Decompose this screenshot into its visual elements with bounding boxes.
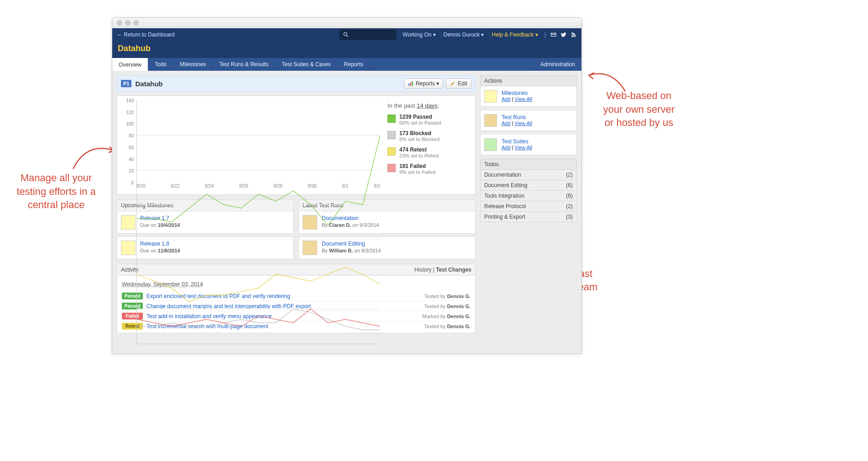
todo-row[interactable]: Document Editing(6) — [480, 180, 577, 191]
activity-by: Tested by Dennis G. — [424, 304, 471, 309]
page-title: Datahub — [135, 80, 401, 88]
app-window: ← Return to Dashboard Working On ▾ Denni… — [112, 17, 582, 354]
return-to-dashboard-link[interactable]: ← Return to Dashboard — [117, 31, 175, 38]
x-tick: 8/22 — [171, 183, 179, 192]
twitter-icon[interactable] — [560, 31, 567, 38]
rss-icon[interactable] — [570, 31, 577, 38]
mac-max-dot[interactable] — [133, 20, 139, 26]
tab-reports[interactable]: Reports — [338, 58, 370, 71]
todo-label: Documentation — [484, 172, 521, 178]
page-header: P1 Datahub Reports ▾ Edit — [117, 75, 476, 92]
priority-badge: P1 — [121, 80, 131, 87]
app-title: Datahub — [118, 44, 151, 53]
legend-item-retest: 474 Retest23% set to Retest — [387, 147, 470, 158]
search-input[interactable] — [349, 31, 387, 38]
todo-row[interactable]: Documentation(2) — [480, 170, 577, 180]
todo-row[interactable]: Tools Integration(6) — [480, 191, 577, 201]
tab-test-suites-cases[interactable]: Test Suites & Cases — [275, 58, 337, 71]
activity-by: Tested by Dennis G. — [424, 324, 471, 329]
summary-chart-box: 020406080100120140 8/208/228/248/268/288… — [117, 95, 476, 195]
action-color-icon — [484, 90, 497, 103]
y-tick: 20 — [129, 168, 134, 173]
svg-point-0 — [344, 32, 347, 36]
todo-label: Printing & Export — [484, 214, 525, 220]
mac-min-dot[interactable] — [125, 20, 131, 26]
main-tabbar: OverviewTodoMilestonesTest Runs & Result… — [112, 58, 581, 71]
legend-item-failed: 181 Failed9% set to Failed — [387, 163, 470, 175]
x-tick: 8/30 — [308, 183, 316, 192]
search-icon — [343, 31, 349, 38]
arrow-left — [68, 137, 119, 173]
action-add-link[interactable]: Add — [502, 96, 511, 102]
tab-milestones[interactable]: Milestones — [173, 58, 213, 71]
action-title[interactable]: Test Runs — [502, 114, 532, 120]
mac-titlebar — [112, 18, 581, 28]
edit-button-label: Edit — [458, 80, 467, 87]
action-title[interactable]: Milestones — [502, 90, 532, 96]
series-blocked — [137, 309, 380, 330]
card-color-icon — [121, 241, 136, 255]
x-tick: 8/28 — [273, 183, 282, 192]
mail-icon[interactable] — [550, 31, 557, 38]
y-tick: 100 — [126, 121, 134, 126]
x-tick: 8/26 — [239, 183, 248, 192]
tab-todo[interactable]: Todo — [148, 58, 173, 71]
action-viewall-link[interactable]: View All — [515, 145, 532, 150]
x-tick: 8/24 — [205, 183, 214, 192]
sidebar-todos-heading: Todos — [480, 159, 577, 170]
tab-test-runs-results[interactable]: Test Runs & Results — [213, 58, 275, 71]
legend-title: In the past 14 days: — [387, 102, 470, 109]
y-tick: 120 — [126, 110, 134, 115]
y-tick: 40 — [129, 157, 134, 162]
y-tick: 80 — [129, 133, 134, 138]
todo-label: Release Protocol — [484, 203, 526, 210]
legend-swatch — [387, 164, 396, 172]
todo-label: Document Editing — [484, 182, 528, 189]
y-tick: 60 — [129, 145, 134, 150]
chart-plot — [136, 100, 380, 344]
action-add-link[interactable]: Add — [502, 145, 511, 150]
reports-button[interactable]: Reports ▾ — [404, 79, 443, 89]
action-title[interactable]: Test Suites — [502, 138, 532, 145]
legend-swatch — [387, 147, 396, 156]
bar-chart-icon — [408, 81, 413, 86]
chart-legend: In the past 14 days: 1239 Passed60% set … — [387, 100, 470, 192]
tab-overview[interactable]: Overview — [112, 58, 148, 71]
annotation-left: Manage all yourtesting efforts in acentr… — [8, 171, 104, 212]
user-menu[interactable]: Dennis Gurock ▾ — [441, 31, 486, 38]
todo-count: (2) — [566, 203, 573, 210]
action-add-link[interactable]: Add — [502, 120, 511, 126]
series-failed — [137, 309, 380, 326]
sidebar-action-test-suites: Test SuitesAdd | View All — [480, 135, 577, 155]
y-tick: 0 — [131, 180, 134, 185]
legend-item-blocked: 173 Blocked8% set to Blocked — [387, 130, 470, 142]
todo-label: Tools Integration — [484, 193, 524, 199]
todo-row[interactable]: Release Protocol(2) — [480, 201, 577, 212]
x-tick: 9/1 — [342, 183, 349, 192]
card-color-icon — [121, 215, 136, 230]
svg-line-1 — [347, 36, 348, 37]
action-viewall-link[interactable]: View All — [515, 120, 532, 126]
legend-swatch — [387, 115, 396, 123]
todo-count: (6) — [566, 193, 573, 199]
help-feedback-menu[interactable]: Help & Feedback ▾ — [489, 31, 539, 38]
action-viewall-link[interactable]: View All — [515, 96, 532, 102]
sidebar-action-test-runs: Test RunsAdd | View All — [480, 110, 577, 131]
action-color-icon — [484, 138, 497, 151]
action-color-icon — [484, 114, 497, 127]
todo-row[interactable]: Printing & Export(3) — [480, 212, 577, 222]
activity-history-link[interactable]: History — [414, 267, 431, 273]
activity-test-changes-link[interactable]: Test Changes — [436, 267, 471, 273]
edit-button[interactable]: Edit — [446, 79, 471, 89]
todo-count: (3) — [566, 214, 573, 220]
pencil-icon — [450, 81, 455, 86]
todo-count: (2) — [566, 172, 573, 178]
working-on-menu[interactable]: Working On ▾ — [401, 31, 437, 38]
tab-administration[interactable]: Administration — [533, 58, 581, 71]
search-box[interactable] — [340, 30, 396, 40]
sidebar-action-milestones: MilestonesAdd | View All — [480, 86, 577, 107]
legend-swatch — [387, 131, 396, 139]
mac-close-dot[interactable] — [117, 20, 122, 26]
reports-button-label: Reports ▾ — [416, 80, 439, 87]
svg-rect-5 — [412, 81, 413, 86]
